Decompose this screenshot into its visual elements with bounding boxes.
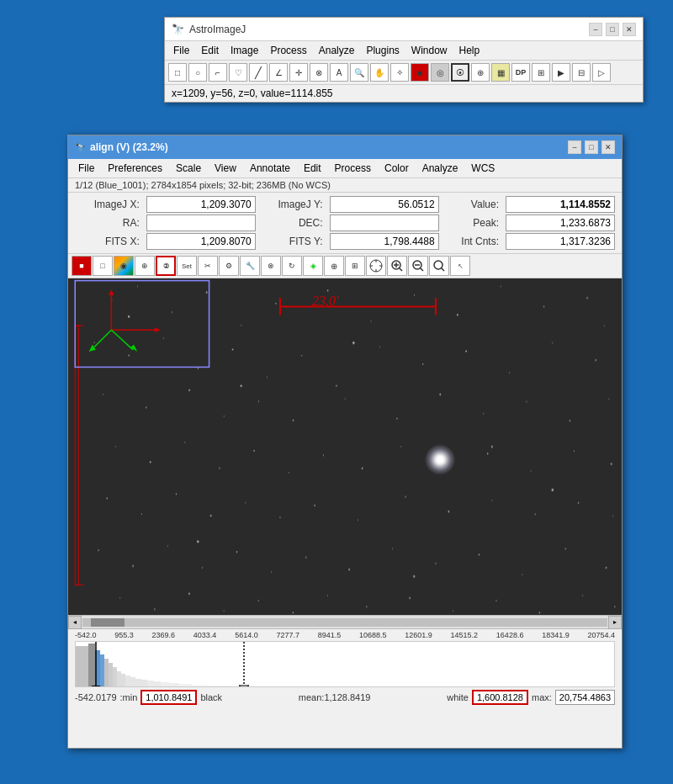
align-menu-view[interactable]: View	[208, 161, 243, 176]
align-menu-analyze[interactable]: Analyze	[416, 161, 465, 176]
tool-freehand[interactable]: ♡	[229, 63, 247, 82]
img-tool-5[interactable]: ②	[156, 256, 176, 276]
align-icon: 🔭	[75, 143, 85, 152]
tool-b10[interactable]: ▷	[592, 63, 611, 82]
align-menu-scale[interactable]: Scale	[169, 161, 208, 176]
image-canvas[interactable]: 23.0'	[68, 278, 622, 615]
scroll-thumb[interactable]	[91, 618, 125, 627]
tool-b9[interactable]: ⊟	[572, 63, 591, 82]
imagej-menu-file[interactable]: File	[168, 43, 194, 58]
svg-point-73	[210, 515, 212, 516]
svg-point-29	[93, 342, 94, 343]
min-value: -542.0179	[75, 692, 117, 702]
dec-value[interactable]	[330, 215, 439, 231]
imagej-menu-image[interactable]: Image	[225, 43, 263, 58]
tool-b3[interactable]: ⦿	[451, 63, 469, 82]
svg-point-27	[586, 297, 588, 299]
scroll-track[interactable]	[82, 618, 607, 627]
scale-12: 20754.4	[587, 631, 615, 639]
imagej-menu-help[interactable]: Help	[454, 43, 485, 58]
value-value[interactable]: 1,114.8552	[506, 196, 615, 213]
tool-text[interactable]: A	[330, 63, 348, 82]
img-tool-4[interactable]: ⊕	[135, 256, 155, 276]
align-menu-edit[interactable]: Edit	[297, 161, 328, 176]
img-tool-set[interactable]: Set	[177, 256, 197, 276]
tool-b5[interactable]: ▦	[491, 63, 510, 82]
imagej-x-value[interactable]: 1,209.3070	[146, 196, 256, 213]
img-tool-zoom-out[interactable]	[408, 256, 428, 276]
scale-10: 16428.6	[496, 631, 524, 639]
max-label: max:	[532, 692, 552, 702]
scale-6: 8941.5	[318, 631, 342, 639]
fits-y-value[interactable]: 1,798.4488	[330, 233, 439, 250]
tool-hand[interactable]: ✋	[370, 63, 389, 82]
imagej-close-btn[interactable]: ✕	[623, 23, 636, 36]
align-menu-file[interactable]: File	[72, 161, 101, 176]
imagej-menu-plugins[interactable]: Plugins	[361, 43, 404, 58]
int-cnts-value[interactable]: 1,317.3236	[506, 233, 615, 250]
white-value-box[interactable]: 1,600.8128	[472, 690, 528, 705]
imagej-menu-window[interactable]: Window	[406, 43, 453, 58]
scroll-right-arrow[interactable]: ▸	[608, 616, 622, 629]
img-tool-wrench[interactable]: 🔧	[240, 256, 260, 276]
align-menu-wcs[interactable]: WCS	[464, 161, 501, 176]
img-tool-target[interactable]: ◈	[303, 256, 323, 276]
histogram-canvas[interactable]	[75, 641, 615, 687]
tool-oval[interactable]: ○	[188, 63, 207, 82]
imagej-toolbar-window: 🔭 AstroImageJ – □ ✕ File Edit Image Proc…	[164, 17, 644, 103]
svg-point-51	[439, 394, 441, 395]
imagej-y-value[interactable]: 56.0512	[330, 196, 439, 213]
tool-b1[interactable]: ■	[411, 63, 429, 82]
max-value-box: 20,754.4863	[555, 690, 615, 705]
svg-point-18	[206, 292, 208, 294]
ra-value[interactable]	[146, 215, 256, 231]
tool-polygon[interactable]: ⌐	[209, 63, 227, 82]
align-menu-process[interactable]: Process	[328, 161, 378, 176]
tool-b7[interactable]: ⊞	[532, 63, 550, 82]
imagej-minimize-btn[interactable]: –	[589, 23, 602, 36]
tool-line[interactable]: ╱	[249, 63, 268, 82]
img-tool-settings[interactable]: ⚙	[219, 256, 239, 276]
imagej-menu-process[interactable]: Process	[265, 43, 311, 58]
align-minimize-btn[interactable]: –	[568, 140, 581, 154]
img-tool-last[interactable]: ↖	[450, 256, 470, 276]
tool-dropper[interactable]: ⟡	[390, 63, 409, 82]
tool-b8[interactable]: ▶	[552, 63, 570, 82]
img-tool-zoom-in[interactable]	[387, 256, 407, 276]
tool-angle[interactable]: ∠	[269, 63, 288, 82]
img-tool-2[interactable]: □	[93, 256, 113, 276]
black-label: black	[200, 692, 222, 702]
align-menu-preferences[interactable]: Preferences	[101, 161, 169, 176]
img-tool-1[interactable]: ■	[72, 256, 92, 276]
scroll-left-arrow[interactable]: ◂	[68, 616, 82, 629]
tool-b4[interactable]: ⊕	[471, 63, 490, 82]
img-tool-x[interactable]: ⊗	[261, 256, 281, 276]
tool-dp[interactable]: DP	[511, 63, 530, 82]
align-maximize-btn[interactable]: □	[585, 140, 598, 154]
fits-x-value[interactable]: 1,209.8070	[146, 233, 256, 250]
align-menu-color[interactable]: Color	[378, 161, 416, 176]
svg-point-17	[172, 312, 172, 313]
black-value-box[interactable]: 1,010.8491	[140, 690, 197, 705]
img-tool-3[interactable]: ◉	[114, 256, 134, 276]
img-tool-zoom-fit[interactable]: ⊕	[324, 256, 344, 276]
tool-wand[interactable]: ⊗	[310, 63, 328, 82]
imagej-menu-analyze[interactable]: Analyze	[314, 43, 360, 58]
svg-point-85	[132, 565, 134, 567]
tool-b2[interactable]: ◎	[431, 63, 449, 82]
img-tool-rotate[interactable]: ↻	[282, 256, 302, 276]
tool-zoom[interactable]: 🔍	[350, 63, 368, 82]
tool-rect[interactable]: □	[168, 63, 187, 82]
imagej-menu-edit[interactable]: Edit	[196, 43, 224, 58]
img-tool-zoom-100[interactable]	[429, 256, 449, 276]
tool-point[interactable]: ✛	[289, 63, 308, 82]
peak-value[interactable]: 1,233.6873	[506, 215, 615, 231]
img-tool-cut[interactable]: ✂	[198, 256, 218, 276]
h-scrollbar[interactable]: ◂ ▸	[68, 615, 622, 628]
align-close-btn[interactable]: ✕	[601, 140, 615, 154]
align-menu-annotate[interactable]: Annotate	[243, 161, 297, 176]
svg-point-105	[366, 606, 367, 607]
img-tool-compass[interactable]	[366, 256, 386, 276]
img-tool-grid[interactable]: ⊞	[345, 256, 365, 276]
imagej-maximize-btn[interactable]: □	[606, 23, 619, 36]
